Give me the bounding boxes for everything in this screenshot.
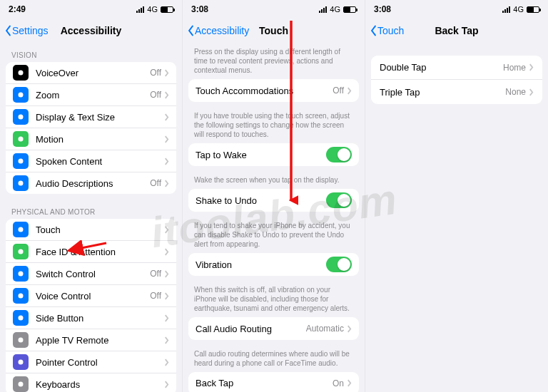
vision-row[interactable]: Spoken Content: [6, 150, 176, 172]
vision-row[interactable]: ZoomOff: [6, 84, 176, 106]
chevron-right-icon: [164, 91, 169, 99]
status-bar: 3:08 4G: [365, 0, 548, 19]
row-label: Vibration: [196, 259, 326, 270]
nav-title: Touch: [259, 25, 288, 36]
backtap-row[interactable]: Double TapHome: [371, 56, 542, 80]
status-time: 2:49: [9, 4, 26, 14]
app-icon: [13, 332, 29, 348]
nav-title: Back Tap: [435, 25, 478, 36]
screen-accessibility: 2:49 4G Settings Accessibility VISION Vo…: [0, 0, 183, 392]
svg-point-9: [19, 272, 24, 277]
app-icon: [13, 266, 29, 282]
toggle-switch[interactable]: [326, 147, 352, 163]
physical-row[interactable]: Pointer Control: [6, 351, 176, 373]
chevron-right-icon: [164, 381, 169, 388]
row-vibration[interactable]: Vibration: [188, 253, 359, 276]
toggle-switch[interactable]: [326, 257, 352, 272]
svg-point-10: [19, 294, 24, 299]
chevron-left-icon: [187, 25, 195, 36]
footer-text: Call audio routing determines where audi…: [183, 346, 365, 372]
status-time: 3:08: [374, 4, 391, 14]
footer-text: If you have trouble using the touch scre…: [183, 108, 365, 143]
row-touch-accommodations[interactable]: Touch Accommodations Off: [188, 79, 359, 102]
vision-row[interactable]: Motion: [6, 128, 176, 150]
backtap-row[interactable]: Triple TapNone: [371, 80, 542, 104]
svg-point-7: [19, 227, 24, 232]
svg-point-14: [19, 382, 24, 387]
chevron-right-icon: [164, 135, 169, 143]
battery-icon: [527, 6, 539, 13]
back-button[interactable]: Accessibility: [187, 19, 249, 43]
status-bar: 3:08 4G: [183, 0, 365, 19]
app-icon: [13, 87, 29, 103]
back-button[interactable]: Settings: [4, 19, 49, 43]
app-icon: [13, 244, 29, 259]
footer-text: If you tend to shake your iPhone by acci…: [183, 217, 365, 253]
svg-point-4: [19, 159, 24, 164]
app-icon: [13, 310, 29, 326]
chevron-right-icon: [164, 314, 169, 322]
chevron-right-icon: [164, 248, 169, 256]
row-label: Back Tap: [196, 378, 333, 388]
app-icon: [13, 288, 29, 304]
row-tap-to-wake[interactable]: Tap to Wake: [188, 143, 359, 166]
nav-bar: Accessibility Touch: [183, 19, 365, 43]
physical-row[interactable]: Side Button: [6, 307, 176, 329]
back-label: Accessibility: [195, 25, 249, 36]
physical-row[interactable]: Voice ControlOff: [6, 285, 176, 307]
app-icon: [13, 175, 29, 191]
battery-icon: [161, 6, 173, 13]
chevron-right-icon: [164, 336, 169, 344]
row-value: Off: [150, 269, 161, 279]
chevron-right-icon: [347, 379, 352, 387]
physical-row[interactable]: Switch ControlOff: [6, 263, 176, 285]
app-icon: [13, 65, 29, 81]
row-shake-to-undo[interactable]: Shake to Undo: [188, 189, 359, 212]
signal-icon: [136, 6, 144, 13]
toggle-switch[interactable]: [326, 192, 352, 208]
footer-text: Wake the screen when you tap on the disp…: [183, 172, 365, 189]
row-label: Tap to Wake: [196, 150, 326, 160]
physical-row[interactable]: Touch: [6, 219, 176, 241]
chevron-right-icon: [347, 87, 352, 95]
row-value: Off: [333, 86, 344, 96]
network-label: 4G: [330, 5, 340, 14]
screen-back-tap: 3:08 4G Touch Back Tap Double TapHomeTri…: [365, 0, 548, 392]
row-value: Automatic: [306, 324, 344, 334]
row-label: Touch: [36, 225, 164, 235]
row-call-audio-routing[interactable]: Call Audio Routing Automatic: [188, 317, 359, 340]
group-header-physical: PHYSICAL AND MOTOR: [0, 200, 182, 219]
app-icon: [13, 109, 29, 125]
row-value: Off: [150, 178, 161, 188]
svg-point-0: [19, 71, 24, 76]
chevron-right-icon: [164, 292, 169, 300]
signal-icon: [319, 6, 327, 13]
physical-row[interactable]: Face ID & Attention: [6, 241, 176, 263]
row-label: Apple TV Remote: [36, 335, 164, 346]
chevron-right-icon: [164, 69, 169, 77]
nav-bar: Touch Back Tap: [365, 19, 548, 43]
back-label: Touch: [377, 25, 404, 36]
row-label: Switch Control: [36, 269, 150, 279]
row-back-tap[interactable]: Back Tap On: [188, 372, 359, 392]
back-label: Settings: [12, 25, 49, 36]
physical-row[interactable]: Keyboards: [6, 373, 176, 392]
row-label: Pointer Control: [36, 357, 164, 368]
vision-row[interactable]: Display & Text Size: [6, 106, 176, 128]
row-label: Double Tap: [380, 62, 503, 73]
network-label: 4G: [513, 5, 524, 14]
row-label: Zoom: [36, 90, 150, 100]
physical-row[interactable]: Apple TV Remote: [6, 329, 176, 351]
back-button[interactable]: Touch: [370, 19, 404, 43]
row-value: Home: [503, 63, 526, 73]
app-icon: [13, 222, 29, 237]
svg-point-11: [19, 316, 24, 321]
svg-point-8: [19, 249, 24, 254]
app-icon: [13, 376, 29, 392]
vision-row[interactable]: VoiceOverOff: [6, 62, 176, 84]
app-icon: [13, 153, 29, 169]
chevron-right-icon: [164, 158, 169, 165]
app-icon: [13, 131, 29, 147]
vision-row[interactable]: Audio DescriptionsOff: [6, 172, 176, 194]
svg-point-13: [19, 360, 24, 365]
